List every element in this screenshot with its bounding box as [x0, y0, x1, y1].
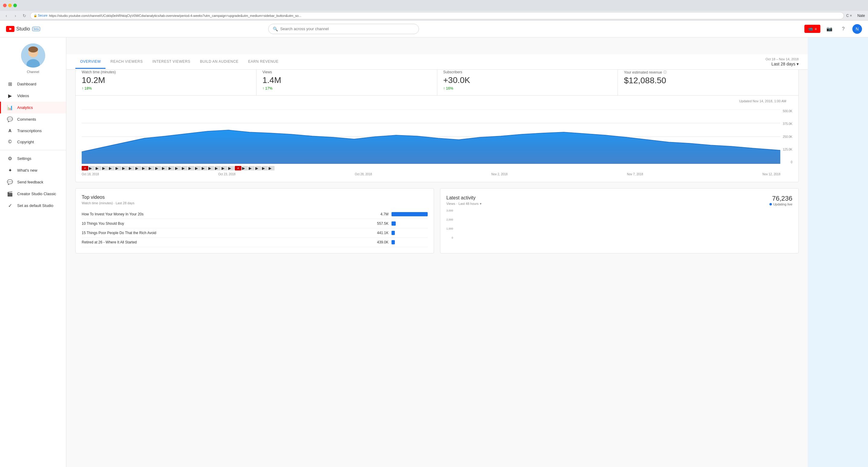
video-views-2: 557.5K — [373, 222, 389, 226]
help-button[interactable]: ? — [838, 24, 848, 34]
browser-chrome — [0, 0, 868, 11]
thumbnail-item[interactable]: ▶ — [242, 166, 248, 171]
thumbnail-item[interactable]: ▶ — [122, 166, 128, 171]
video-row-2[interactable]: 10 Things You Should Buy 557.5K — [82, 219, 428, 228]
svg-point-6 — [28, 47, 38, 53]
sidebar-label-transcriptions: Transcriptions — [17, 128, 41, 133]
analytics-tabs-bar: OVERVIEW REACH VIEWERS INTEREST VIEWERS … — [66, 54, 808, 70]
sidebar-item-comments[interactable]: 💬 Comments — [0, 113, 66, 125]
user-avatar[interactable]: N — [852, 24, 862, 34]
tab-revenue[interactable]: EARN REVENUE — [243, 55, 283, 69]
thumbnail-item[interactable]: ▶ — [221, 166, 227, 171]
thumbnail-count-2[interactable]: 2 — [82, 166, 88, 171]
videos-icon: ▶ — [7, 93, 13, 99]
updated-text-container: Updated Nov 14, 2018, 1:00 AM — [76, 96, 798, 107]
stat-revenue: Your estimated revenue ⓘ $12,088.50 — [618, 65, 798, 95]
subscribers-change: ↑ 16% — [443, 86, 612, 90]
thumbnail-item[interactable]: ▶ — [269, 166, 275, 171]
thumbnail-item[interactable]: ▶ — [129, 166, 135, 171]
sidebar-item-dashboard[interactable]: ⊞ Dashboard — [0, 78, 66, 90]
thumbnail-item[interactable]: ▶ — [149, 166, 155, 171]
back-button[interactable]: ‹ — [3, 12, 10, 19]
updating-live: Updating live — [770, 202, 792, 206]
sidebar-item-analytics[interactable]: 📊 Analytics — [0, 102, 66, 113]
sidebar-label-analytics: Analytics — [17, 105, 33, 110]
thumbnail-item[interactable]: ▶ — [168, 166, 175, 171]
thumbnail-item[interactable]: ▶ — [116, 166, 121, 171]
video-row-3[interactable]: 15 Things Poor People Do That the Rich A… — [82, 228, 428, 238]
thumbnail-item[interactable]: ▶ — [175, 166, 181, 171]
sidebar-item-set-default[interactable]: ✓ Set as default Studio — [0, 200, 66, 211]
video-row-4[interactable]: Retired at 26 - Where It All Started 439… — [82, 238, 428, 247]
date-range-dropdown[interactable]: Last 28 days ▾ — [772, 62, 799, 66]
sidebar-item-creator-studio[interactable]: 🎬 Creator Studio Classic — [0, 188, 66, 200]
video-bar-1-container — [392, 212, 428, 216]
thumbnail-item[interactable]: ▶ — [142, 166, 148, 171]
video-bar-4 — [392, 240, 395, 244]
forward-button[interactable]: › — [12, 12, 19, 19]
thumbnail-item[interactable]: ▶ — [262, 166, 268, 171]
maximize-window-button[interactable] — [13, 4, 17, 7]
thumbnail-item[interactable]: ▶ — [102, 166, 108, 171]
minimize-window-button[interactable] — [8, 4, 12, 7]
sidebar-item-feedback[interactable]: 💬 Send feedback — [0, 176, 66, 188]
video-title-4: Retired at 26 - Where It All Started — [82, 240, 370, 244]
thumbnail-item[interactable]: ▶ — [162, 166, 168, 171]
sidebar-label-copyright: Copyright — [17, 140, 34, 144]
camera-upload-button[interactable]: 📷 — [825, 24, 834, 34]
watch-time-value: 10.2M — [82, 76, 250, 85]
tab-audience[interactable]: BUILD AN AUDIENCE — [195, 55, 243, 69]
close-window-button[interactable] — [3, 4, 7, 7]
chart-main: 2 ▶ ▶ ▶ ▶ ▶ ▶ ▶ ▶ ▶ — [82, 110, 780, 176]
browser-toolbar: ‹ › ↻ 🔒 Secure https://studio.youtube.co… — [0, 11, 868, 21]
address-bar[interactable]: 🔒 Secure https://studio.youtube.com/chan… — [30, 12, 844, 19]
thumbnail-item[interactable]: ▶ — [135, 166, 141, 171]
channel-avatar[interactable] — [21, 43, 45, 67]
revenue-value: $12,088.50 — [624, 76, 792, 85]
feedback-icon: 💬 — [7, 179, 13, 185]
search-bar[interactable]: 🔍 — [268, 24, 419, 34]
thumbnail-item[interactable]: ▶ — [155, 166, 161, 171]
thumbnail-item[interactable]: ▶ — [228, 166, 234, 171]
comments-icon: 💬 — [7, 116, 13, 122]
youtube-icon — [6, 26, 14, 32]
tab-reach[interactable]: REACH VIEWERS — [105, 55, 147, 69]
revenue-info-icon[interactable]: ⓘ — [663, 70, 667, 75]
dropdown-arrow-icon[interactable]: ▾ — [480, 202, 482, 206]
thumbnail-item[interactable]: ▶ — [195, 166, 201, 171]
create-button[interactable]: 📹 ≡ — [804, 25, 820, 33]
main-content: OVERVIEW REACH VIEWERS INTEREST VIEWERS … — [66, 21, 808, 467]
tab-overview[interactable]: OVERVIEW — [75, 55, 105, 69]
search-input[interactable] — [280, 27, 414, 31]
youtube-logo[interactable]: Studio beta — [6, 26, 40, 32]
thumbnail-item[interactable]: ▶ — [255, 166, 261, 171]
transcriptions-icon: A — [7, 128, 13, 133]
video-row-1[interactable]: How To Invest Your Money In Your 20s 4.7… — [82, 210, 428, 219]
sidebar-item-settings[interactable]: ⚙ Settings — [0, 153, 66, 165]
thumbnail-item[interactable]: ▶ — [188, 166, 194, 171]
thumbnail-item[interactable]: ▶ — [202, 166, 208, 171]
thumbnail-count-2b[interactable]: 2 — [235, 166, 241, 171]
latest-activity-title: Latest activity — [446, 195, 482, 201]
thumbnail-item[interactable]: ▶ — [182, 166, 188, 171]
tab-interest[interactable]: INTEREST VIEWERS — [148, 55, 195, 69]
thumbnail-item[interactable]: ▶ — [96, 166, 101, 171]
thumbnail-item[interactable]: ▶ — [89, 166, 95, 171]
activity-header: Latest activity Views · Last 48 hours ▾ … — [446, 195, 792, 206]
sidebar-item-videos[interactable]: ▶ Videos — [0, 90, 66, 102]
views-label: Views — [262, 70, 431, 74]
thumbnail-item[interactable]: ▶ — [109, 166, 115, 171]
video-bar-1 — [392, 212, 428, 216]
tab-title: C × — [846, 13, 852, 18]
thumbnail-item[interactable]: ▶ — [249, 166, 255, 171]
sidebar-item-transcriptions[interactable]: A Transcriptions — [0, 125, 66, 136]
activity-count: 76,236 — [770, 195, 792, 202]
video-bar-2 — [392, 222, 396, 226]
sidebar-item-whats-new[interactable]: ✦ What's new — [0, 165, 66, 176]
sidebar-item-copyright[interactable]: © Copyright — [0, 136, 66, 148]
thumbnail-item[interactable]: ▶ — [215, 166, 221, 171]
thumbnail-item[interactable]: ▶ — [208, 166, 214, 171]
reload-button[interactable]: ↻ — [21, 12, 28, 19]
video-views-1: 4.7M — [373, 212, 389, 216]
chart-y-labels: 500.0K 375.0K 250.0K 125.0K 0 — [780, 110, 792, 164]
